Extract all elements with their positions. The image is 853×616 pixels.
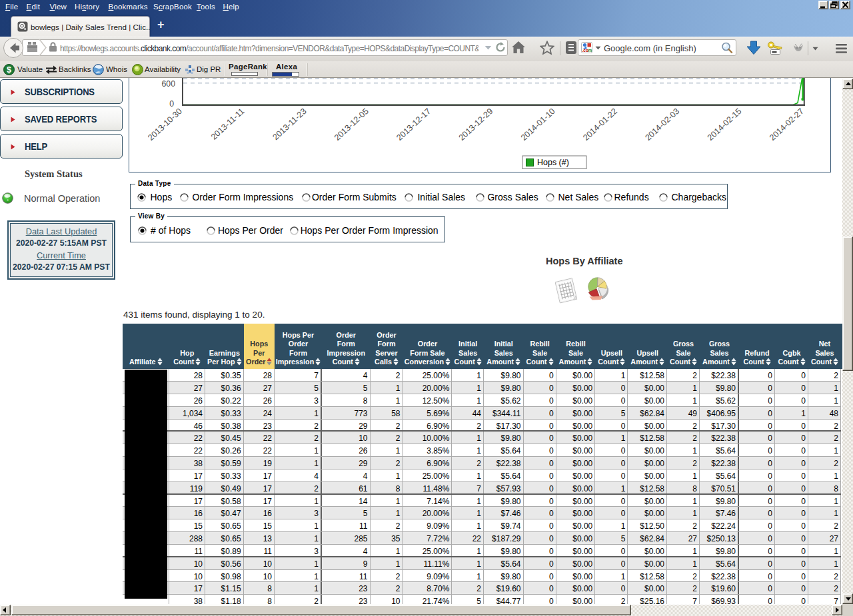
svg-text:2013-12-29: 2013-12-29 [456, 107, 494, 143]
svg-text:2013-12-05: 2013-12-05 [333, 107, 371, 143]
svg-text:2013-11-23: 2013-11-23 [271, 107, 308, 142]
svg-text:2014-02-15: 2014-02-15 [705, 107, 743, 143]
svg-text:2014-01-10: 2014-01-10 [519, 107, 557, 143]
svg-text:2013-12-17: 2013-12-17 [395, 107, 432, 143]
svg-text:Hops (#): Hops (#) [537, 158, 569, 167]
svg-text:0: 0 [169, 100, 174, 109]
svg-text:2014-02-27: 2014-02-27 [768, 107, 806, 143]
svg-text:.co: .co [582, 48, 588, 53]
svg-text:2013-11-11: 2013-11-11 [209, 107, 246, 142]
svg-text:2014-01-22: 2014-01-22 [581, 107, 619, 143]
svg-text:2014-02-03: 2014-02-03 [643, 107, 681, 143]
svg-text:m: m [588, 48, 592, 53]
svg-text:$: $ [7, 65, 11, 75]
svg-text:600: 600 [161, 79, 175, 89]
svg-text:2013-10-30: 2013-10-30 [146, 107, 184, 143]
svg-text:*: * [7, 198, 9, 203]
